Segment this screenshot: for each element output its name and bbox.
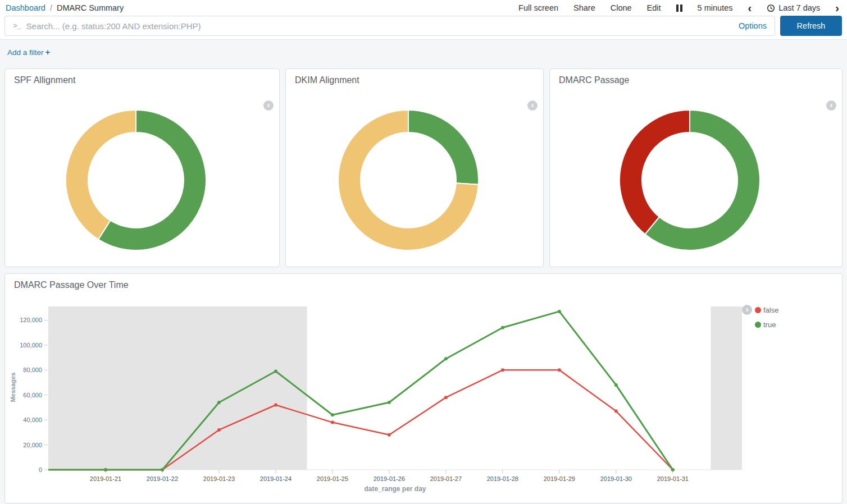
refresh-interval[interactable]: 5 minutes bbox=[698, 3, 733, 12]
svg-text:2019-01-23: 2019-01-23 bbox=[203, 475, 235, 482]
chevron-right-icon[interactable]: › bbox=[835, 4, 839, 12]
panel-dmarc-passage-over-time: DMARC Passage Over Time Messages 020,000… bbox=[4, 273, 843, 503]
clock-icon bbox=[767, 4, 775, 12]
svg-text:2019-01-22: 2019-01-22 bbox=[147, 475, 178, 482]
add-filter-link[interactable]: Add a filter bbox=[7, 48, 44, 57]
legend-collapse-icon[interactable]: ‹ bbox=[263, 100, 274, 111]
options-link[interactable]: Options bbox=[739, 21, 767, 30]
panel-spf-alignment: SPF Allignment ‹ bbox=[4, 68, 280, 267]
svg-text:100,000: 100,000 bbox=[20, 342, 42, 349]
legend-label: true bbox=[763, 320, 776, 329]
breadcrumb: Dashboard / DMARC Summary bbox=[6, 3, 124, 12]
search-row: >_ Options Refresh bbox=[4, 16, 842, 36]
breadcrumb-current: DMARC Summary bbox=[57, 3, 124, 12]
svg-text:120,000: 120,000 bbox=[20, 317, 42, 323]
filter-bar: Add a filter+ bbox=[0, 39, 847, 65]
svg-text:20,000: 20,000 bbox=[23, 442, 42, 448]
legend-collapse-icon[interactable]: ‹ bbox=[826, 100, 836, 111]
panel-dkim-alignment: DKIM Alignment ‹ bbox=[285, 68, 544, 267]
top-menu: Full screen Share Clone Edit 5 minutes ‹… bbox=[518, 3, 839, 12]
plus-icon: + bbox=[45, 47, 51, 57]
x-axis-label: date_range per day bbox=[48, 485, 742, 493]
svg-text:40,000: 40,000 bbox=[23, 416, 42, 423]
time-range-label: Last 7 days bbox=[778, 3, 820, 12]
menu-item-share[interactable]: Share bbox=[573, 3, 595, 12]
legend-collapse-icon[interactable]: ‹ bbox=[527, 100, 538, 111]
svg-text:2019-01-28: 2019-01-28 bbox=[487, 475, 518, 482]
search-input[interactable] bbox=[26, 21, 733, 31]
svg-text:2019-01-25: 2019-01-25 bbox=[317, 475, 348, 482]
dmarc-donut-chart[interactable] bbox=[618, 108, 762, 252]
top-navigation-bar: Dashboard / DMARC Summary Full screen Sh… bbox=[0, 0, 847, 15]
svg-text:2019-01-27: 2019-01-27 bbox=[430, 475, 462, 482]
svg-text:2019-01-24: 2019-01-24 bbox=[260, 475, 292, 482]
dashboard-grid: SPF Allignment ‹ DKIM Alignment ‹ DMARC … bbox=[0, 65, 847, 504]
legend-dot-true bbox=[755, 322, 761, 328]
menu-item-full-screen[interactable]: Full screen bbox=[518, 3, 558, 12]
chart-legend: › false true bbox=[742, 305, 778, 329]
panel-title: SPF Allignment bbox=[5, 69, 279, 85]
time-range-picker[interactable]: Last 7 days bbox=[767, 3, 820, 12]
svg-text:60,000: 60,000 bbox=[23, 392, 42, 398]
refresh-button[interactable]: Refresh bbox=[780, 16, 842, 36]
legend-label: false bbox=[763, 306, 778, 314]
breadcrumb-separator: / bbox=[50, 3, 52, 12]
legend-dot-false bbox=[755, 307, 761, 313]
legend-item-false[interactable]: false bbox=[755, 305, 778, 315]
svg-text:2019-01-29: 2019-01-29 bbox=[544, 475, 575, 482]
breadcrumb-dashboard-link[interactable]: Dashboard bbox=[6, 3, 45, 12]
panel-dmarc-passage: DMARC Passage ‹ bbox=[549, 68, 843, 267]
pause-icon[interactable] bbox=[676, 4, 682, 12]
dkim-donut-chart[interactable] bbox=[336, 108, 480, 252]
search-box: >_ Options bbox=[4, 16, 775, 36]
svg-text:2019-01-26: 2019-01-26 bbox=[374, 475, 405, 482]
legend-toggle-icon[interactable]: › bbox=[742, 305, 752, 315]
svg-text:80,000: 80,000 bbox=[23, 366, 42, 373]
chevron-left-icon[interactable]: ‹ bbox=[748, 4, 752, 12]
panel-title: DKIM Alignment bbox=[286, 69, 543, 85]
time-series-chart[interactable]: 020,00040,00060,00080,000100,000120,0002… bbox=[5, 274, 843, 504]
svg-text:2019-01-21: 2019-01-21 bbox=[90, 475, 121, 482]
terminal-prompt-icon: >_ bbox=[13, 22, 21, 30]
svg-text:2019-01-31: 2019-01-31 bbox=[657, 475, 689, 482]
spf-donut-chart[interactable] bbox=[64, 108, 208, 252]
menu-item-clone[interactable]: Clone bbox=[611, 3, 632, 12]
svg-text:2019-01-30: 2019-01-30 bbox=[600, 475, 632, 482]
legend-item-true[interactable]: true bbox=[755, 319, 778, 329]
menu-item-edit[interactable]: Edit bbox=[647, 3, 661, 12]
panel-title: DMARC Passage bbox=[550, 69, 842, 85]
svg-text:0: 0 bbox=[39, 466, 42, 473]
